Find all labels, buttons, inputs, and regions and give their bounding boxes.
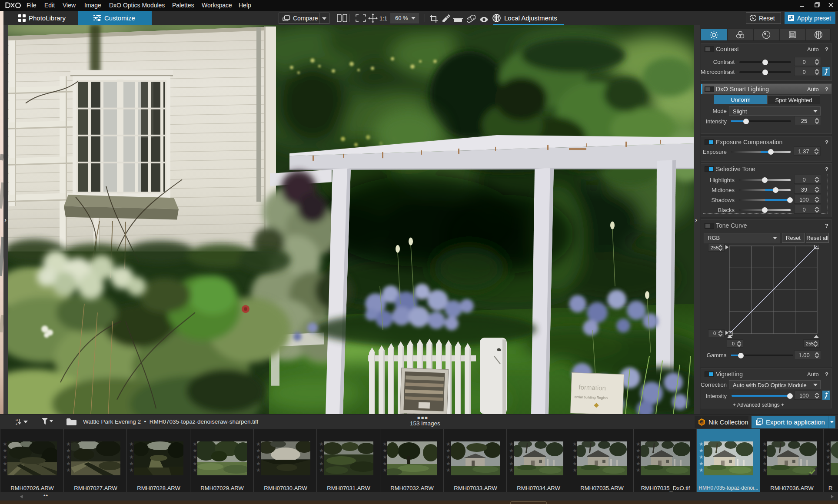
svg-text:z: z (16, 421, 18, 426)
svg-text:formation: formation (579, 383, 606, 391)
